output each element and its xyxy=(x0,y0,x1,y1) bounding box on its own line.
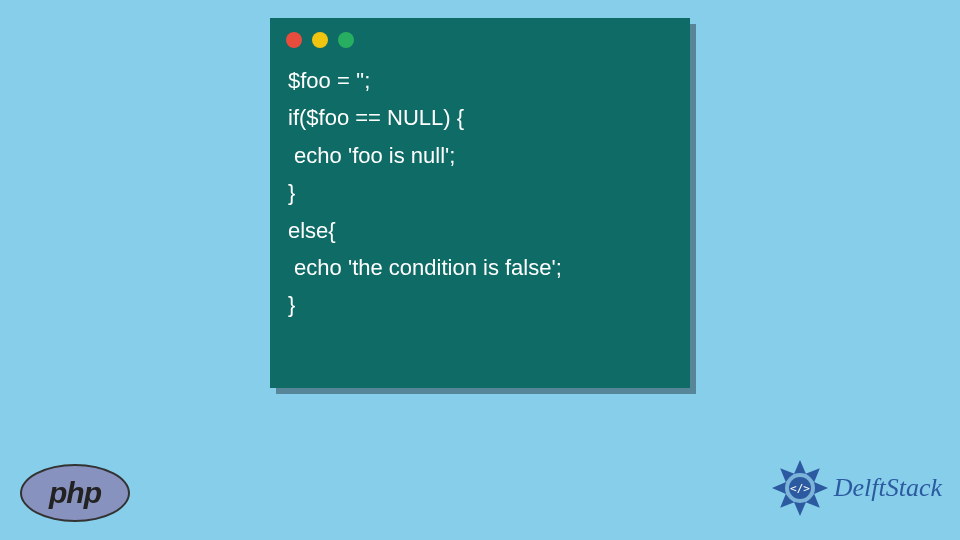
maximize-icon xyxy=(338,32,354,48)
code-line: echo 'the condition is false'; xyxy=(288,249,672,286)
minimize-icon xyxy=(312,32,328,48)
svg-text:</>: </> xyxy=(790,482,810,495)
close-icon xyxy=(286,32,302,48)
code-line: else{ xyxy=(288,212,672,249)
delftstack-rosette-icon: </> xyxy=(770,458,830,518)
svg-marker-0 xyxy=(794,460,806,474)
delftstack-logo: </> DelftStack xyxy=(770,458,942,518)
code-content: $foo = '';if($foo == NULL) { echo 'foo i… xyxy=(270,58,690,342)
svg-marker-4 xyxy=(794,502,806,516)
php-logo-text: php xyxy=(49,476,101,510)
code-line: } xyxy=(288,174,672,211)
php-logo-ellipse: php xyxy=(20,464,130,522)
code-window: $foo = '';if($foo == NULL) { echo 'foo i… xyxy=(270,18,690,388)
code-line: $foo = ''; xyxy=(288,62,672,99)
code-line: if($foo == NULL) { xyxy=(288,99,672,136)
code-line: } xyxy=(288,286,672,323)
delftstack-logo-text: DelftStack xyxy=(834,473,942,503)
svg-marker-6 xyxy=(772,482,786,494)
code-line: echo 'foo is null'; xyxy=(288,137,672,174)
svg-marker-2 xyxy=(814,482,828,494)
window-title-bar xyxy=(270,18,690,58)
php-logo: php xyxy=(20,464,130,522)
